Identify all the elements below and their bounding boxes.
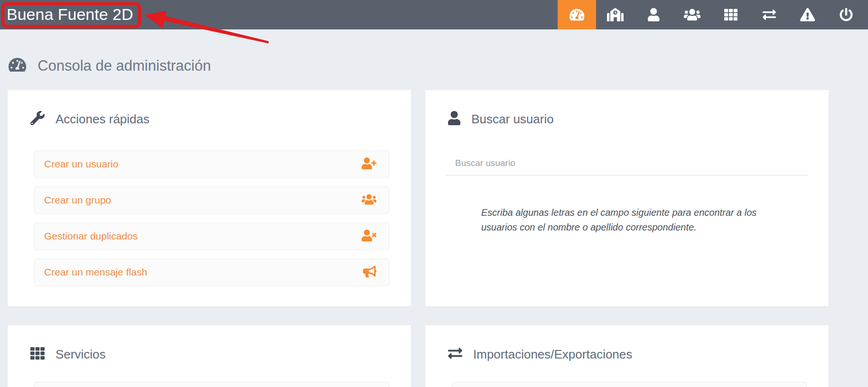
user-times-icon [362, 230, 376, 243]
import-export-title: Importaciones/Exportaciones [473, 347, 632, 362]
page-title: Consola de administración [9, 57, 211, 74]
bullhorn-icon [363, 266, 376, 279]
action-create-user[interactable]: Crear un usuario [34, 150, 389, 178]
user-icon [648, 8, 660, 21]
action-label: Crear un usuario [44, 158, 118, 170]
nav-item-groups[interactable] [673, 0, 711, 29]
import-export-card: Importaciones/Exportaciones [425, 325, 829, 387]
quick-actions-title: Acciones rápidas [56, 112, 149, 127]
wrench-icon [30, 111, 45, 127]
import-export-list-item-partial[interactable] [452, 382, 807, 387]
nav-item-import-export[interactable] [750, 0, 788, 29]
action-create-group[interactable]: Crear un grupo [34, 186, 389, 214]
warning-icon [800, 8, 815, 21]
action-label: Crear un grupo [44, 194, 111, 206]
quick-actions-header: Acciones rápidas [30, 111, 149, 127]
power-icon [840, 8, 853, 21]
action-label: Gestionar duplicados [44, 230, 138, 242]
action-label: Crear un mensaje flash [44, 267, 147, 278]
search-user-input[interactable] [446, 151, 808, 175]
grid-icon [30, 346, 45, 362]
search-user-header: Buscar usuario [448, 111, 554, 127]
import-export-header: Importaciones/Exportaciones [448, 346, 632, 362]
services-header: Servicios [30, 346, 105, 362]
navbar-menu [558, 0, 865, 29]
user-icon [448, 111, 460, 127]
services-list-item-partial[interactable] [34, 382, 389, 387]
gauge-icon [569, 8, 585, 21]
brand-title[interactable]: Buena Fuente 2D [7, 0, 133, 29]
search-user-help-text: Escriba algunas letras en el campo sigui… [481, 205, 780, 235]
nav-item-services[interactable] [711, 0, 750, 29]
action-manage-duplicates[interactable]: Gestionar duplicados [34, 222, 389, 250]
exchange-icon [448, 346, 462, 362]
nav-item-dashboard[interactable] [558, 0, 596, 29]
services-title: Servicios [56, 347, 105, 362]
nav-item-user[interactable] [635, 0, 673, 29]
services-card: Servicios [8, 325, 411, 387]
search-user-title: Buscar usuario [471, 112, 553, 127]
nav-item-alerts[interactable] [788, 0, 827, 29]
exchange-icon [763, 8, 776, 21]
page-title-text: Consola de administración [37, 57, 211, 74]
admin-console-screen: Buena Fuente 2D [0, 0, 868, 387]
top-navbar: Buena Fuente 2D [0, 0, 868, 29]
school-icon [607, 8, 624, 21]
users-icon [362, 194, 376, 207]
action-create-flash-message[interactable]: Crear un mensaje flash [34, 258, 389, 286]
user-plus-icon [362, 157, 376, 171]
search-user-card: Buscar usuario Escriba algunas letras en… [425, 90, 829, 306]
nav-item-school[interactable] [596, 0, 635, 29]
quick-actions-card: Acciones rápidas Crear un usuario Crear … [8, 90, 411, 306]
grid-icon [724, 8, 737, 21]
users-icon [684, 8, 700, 21]
nav-item-power[interactable] [827, 0, 865, 29]
gauge-icon [9, 57, 26, 74]
